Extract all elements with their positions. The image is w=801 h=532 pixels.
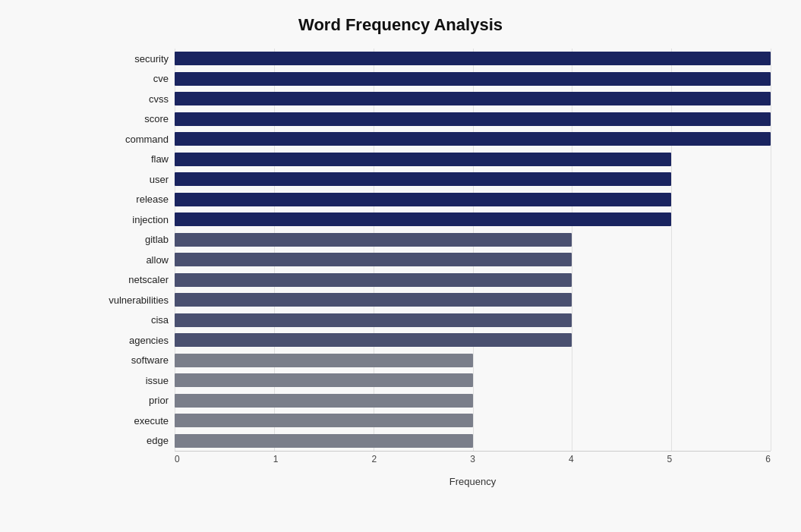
bar-row: score — [91, 111, 771, 127]
bar-fill — [175, 253, 572, 266]
bar-label: command — [91, 134, 175, 145]
x-ticks: 0123456 — [175, 454, 771, 464]
bar-row: software — [91, 352, 771, 369]
bar-row: agencies — [91, 332, 771, 348]
bar-track — [175, 193, 771, 206]
bar-fill — [175, 354, 473, 367]
x-axis-label: Frequency — [449, 476, 496, 487]
bar-row: injection — [91, 211, 771, 228]
x-tick: 4 — [569, 454, 574, 464]
bar-fill — [175, 373, 473, 387]
bar-track — [175, 253, 771, 266]
bar-track — [175, 172, 771, 186]
bar-label: execute — [91, 415, 175, 427]
bar-fill — [175, 52, 771, 65]
bar-track — [175, 394, 771, 408]
bar-track — [175, 233, 771, 247]
bar-fill — [175, 112, 771, 126]
bar-fill — [175, 313, 572, 327]
bar-label: security — [91, 53, 175, 65]
chart-title: Word Frequency Analysis — [30, 15, 771, 35]
bar-row: flaw — [91, 151, 771, 168]
bar-label: user — [91, 174, 175, 185]
bar-row: cve — [91, 71, 771, 87]
bar-label: agencies — [91, 335, 175, 346]
bar-row: cisa — [91, 312, 771, 329]
bar-fill — [175, 273, 572, 287]
bar-track — [175, 273, 771, 287]
bar-track — [175, 112, 771, 126]
grid-line — [771, 49, 771, 451]
bar-fill — [175, 172, 671, 186]
bar-track — [175, 293, 771, 307]
bar-row: netscaler — [91, 272, 771, 288]
x-axis-line — [175, 451, 771, 452]
bar-label: netscaler — [91, 274, 175, 285]
bar-row: user — [91, 171, 771, 187]
bar-row: gitlab — [91, 231, 771, 248]
bar-label: release — [91, 194, 175, 205]
bar-label: software — [91, 354, 175, 366]
bar-label: cvss — [91, 93, 175, 105]
bar-row: release — [91, 191, 771, 208]
bar-row: execute — [91, 412, 771, 429]
bar-track — [175, 132, 771, 146]
bars-wrapper: securitycvecvssscorecommandflawuserrelea… — [91, 49, 771, 451]
bar-row: prior — [91, 392, 771, 409]
bar-label: vulnerabilities — [91, 294, 175, 306]
bar-track — [175, 414, 771, 427]
bar-label: prior — [91, 395, 175, 406]
bar-track — [175, 92, 771, 105]
bar-track — [175, 212, 771, 226]
bar-label: allow — [91, 254, 175, 266]
x-axis: 0123456 Frequency — [175, 451, 771, 489]
chart-container: Word Frequency Analysis securitycvecvsss… — [0, 0, 801, 532]
bar-track — [175, 52, 771, 65]
bar-track — [175, 354, 771, 367]
x-tick: 1 — [273, 454, 279, 464]
bar-track — [175, 333, 771, 347]
bar-fill — [175, 193, 671, 206]
bar-fill — [175, 132, 771, 146]
bar-track — [175, 153, 771, 166]
bar-label: score — [91, 113, 175, 124]
bar-fill — [175, 153, 671, 166]
x-tick: 5 — [667, 454, 673, 464]
bar-row: command — [91, 131, 771, 147]
bar-fill — [175, 212, 671, 226]
bar-track — [175, 434, 771, 448]
bar-label: cve — [91, 73, 175, 84]
bar-row: vulnerabilities — [91, 291, 771, 308]
x-tick: 0 — [175, 454, 180, 464]
bar-fill — [175, 414, 473, 427]
bar-fill — [175, 333, 572, 347]
bar-label: cisa — [91, 314, 175, 326]
x-tick: 6 — [765, 454, 771, 464]
bar-fill — [175, 233, 572, 247]
bar-label: edge — [91, 435, 175, 446]
bar-track — [175, 72, 771, 86]
bar-row: issue — [91, 372, 771, 389]
bar-label: injection — [91, 214, 175, 225]
x-tick: 2 — [371, 454, 377, 464]
bar-row: allow — [91, 251, 771, 268]
bar-track — [175, 313, 771, 327]
bar-track — [175, 373, 771, 387]
bar-label: gitlab — [91, 234, 175, 245]
x-tick: 3 — [470, 454, 475, 464]
bar-row: cvss — [91, 90, 771, 107]
bar-fill — [175, 394, 473, 408]
bar-row: security — [91, 50, 771, 67]
bar-fill — [175, 72, 771, 86]
bar-label: flaw — [91, 153, 175, 165]
bar-fill — [175, 434, 473, 448]
bar-label: issue — [91, 375, 175, 386]
bar-row: edge — [91, 433, 771, 449]
bar-fill — [175, 92, 771, 105]
chart-area: securitycvecvssscorecommandflawuserrelea… — [91, 49, 771, 489]
bar-fill — [175, 293, 572, 307]
